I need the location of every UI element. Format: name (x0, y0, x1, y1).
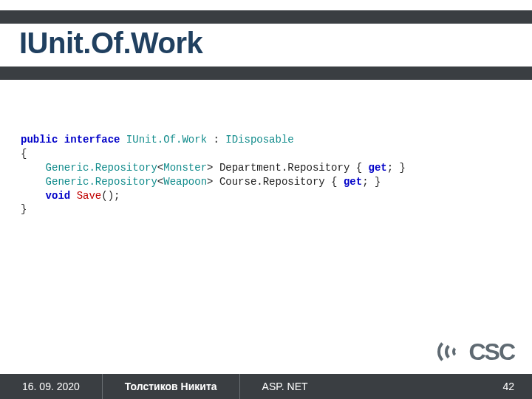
footer-date: 16. 09. 2020 (0, 381, 102, 392)
code-punct: ; } (362, 176, 381, 188)
code-keyword: void (46, 190, 71, 202)
code-type: IUnit.Of.Work (126, 134, 207, 146)
code-punct: { (349, 162, 368, 174)
title-underline (0, 66, 532, 80)
code-property: Department.Repository (219, 162, 349, 174)
code-punct: > (207, 176, 219, 188)
code-brace: { (21, 148, 27, 160)
code-type: Weapoon (163, 176, 207, 188)
code-indent (21, 190, 46, 202)
footer-author: Толстиков Никита (103, 381, 239, 392)
code-type: Generic.Repository (46, 176, 157, 188)
title-region: IUnit.Of.Work (0, 24, 532, 64)
code-punct: < (157, 176, 163, 188)
code-punct: > (207, 162, 219, 174)
code-property: Course.Repository (219, 176, 325, 188)
code-type: Monster (163, 162, 207, 174)
code-indent (21, 162, 46, 174)
slide: IUnit.Of.Work public interface IUnit.Of.… (0, 0, 532, 399)
code-punct: ; } (387, 162, 406, 174)
logo-text: CSC (468, 338, 514, 366)
code-punct: : (207, 134, 225, 146)
footer-page-number: 42 (502, 381, 532, 392)
code-keyword: get (369, 162, 387, 174)
code-keyword: get (344, 176, 362, 188)
code-punct: (); (101, 190, 120, 202)
code-keyword: interface (64, 134, 120, 146)
code-block: public interface IUnit.Of.Work : IDispos… (21, 133, 511, 216)
footer-topic: ASP. NET (240, 381, 330, 392)
code-brace: } (21, 203, 27, 215)
top-bar (0, 10, 532, 24)
code-type: Generic.Repository (46, 162, 157, 174)
code-method: Save (77, 190, 102, 202)
logo: CSC (436, 337, 514, 366)
slide-title: IUnit.Of.Work (19, 27, 513, 60)
footer-divider (102, 374, 103, 399)
code-type: IDisposable (225, 134, 293, 146)
footer-divider (239, 374, 240, 399)
logo-icon (436, 337, 466, 366)
code-keyword: public (21, 134, 58, 146)
footer-bar: 16. 09. 2020 Толстиков Никита ASP. NET 4… (0, 374, 532, 399)
code-space (70, 190, 76, 202)
code-indent (21, 176, 46, 188)
code-punct: { (325, 176, 344, 188)
code-punct: < (157, 162, 163, 174)
